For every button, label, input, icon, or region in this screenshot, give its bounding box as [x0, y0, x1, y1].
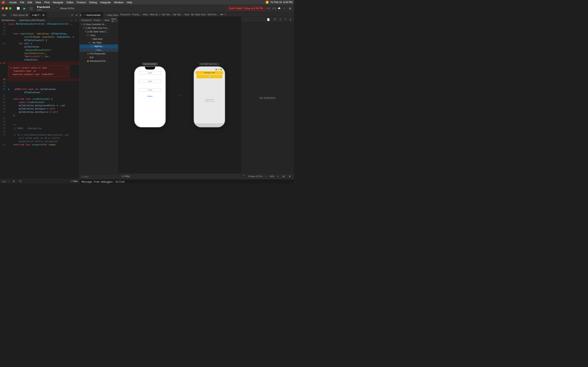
ctbc-mytab2[interactable]: My Tab...: [173, 13, 182, 16]
ctbc-main[interactable]: Main: [143, 13, 148, 16]
ctbc-forward[interactable]: ▶: [222, 13, 224, 16]
menu-find[interactable]: Find: [44, 1, 49, 4]
inspector-panel: 📄 ⏱ ? ? ≡ No Selection: [241, 17, 294, 173]
close-tab-main[interactable]: ×: [26, 14, 28, 16]
tree-item-view[interactable]: ▼ □ View: [80, 33, 118, 37]
tv-prototype-content: Prototype Content: [204, 100, 215, 102]
maximize-button[interactable]: [9, 7, 11, 9]
error-bubble: ⊗ Cannot convert value of type 'IndexPat…: [8, 65, 69, 77]
tree-item-my-table-c[interactable]: ▼ ◫ My Table View C...: [80, 30, 118, 33]
tree-item-storyboard[interactable]: ▶ ◉ Storyboard Entr...: [80, 59, 118, 63]
run-button[interactable]: ▶: [22, 6, 27, 11]
menu-help[interactable]: Help: [127, 1, 132, 4]
cbc-practic[interactable]: Practic…: [94, 19, 103, 21]
outline-nav-back[interactable]: ◀: [80, 14, 81, 16]
ctbc-myfirstcell[interactable]: MyFirstC...: [208, 13, 218, 16]
tree-item-safearea[interactable]: ▶ □ Safe Area: [80, 37, 118, 41]
tree-item-first-responder[interactable]: ▶ ① First Responder: [80, 52, 118, 55]
code-area[interactable]: 10 class MyTableViewC​ontroller: UIViewC…: [0, 22, 79, 179]
ctbc-practiceui[interactable]: PracticeUI: [120, 13, 130, 16]
debug-panel: Auto ⌄ 👁 ⓘ ⊙ Filter Message from debugge…: [0, 179, 294, 184]
menu-debug[interactable]: Debug: [89, 1, 97, 4]
menu-view[interactable]: View: [35, 1, 41, 4]
outline-filter-input[interactable]: [84, 175, 117, 178]
editor-tools[interactable]: ⚙: [70, 13, 74, 17]
debug-info[interactable]: ⓘ: [18, 179, 23, 184]
error-bubble-icon: ⊗: [10, 66, 11, 76]
menu-window[interactable]: Window: [114, 1, 123, 4]
inspector-help2[interactable]: ?: [283, 17, 287, 22]
ctbc-mytableview[interactable]: My Table View: [191, 13, 206, 16]
tree-item-scene-header[interactable]: ▼ ◫ View Controller Sc...: [80, 22, 118, 26]
tree-item-exit[interactable]: ▶ → Exit: [80, 55, 118, 59]
menu-editor[interactable]: Editor: [67, 1, 73, 4]
zoom-out[interactable]: −: [264, 174, 268, 179]
ctbc-back[interactable]: ◀: [220, 13, 222, 16]
code-line-16c: .dequeueReusableCell: [0, 49, 79, 52]
inspector-list[interactable]: ≡: [288, 17, 292, 22]
stop-button[interactable]: ⬛: [28, 6, 34, 11]
debug-output: Message from debugger: killed: [80, 179, 294, 184]
bc-options[interactable]: ≡: [74, 18, 78, 22]
menu-bar: 🍎 Xcode File Edit View Find Navigate Edi…: [0, 0, 294, 4]
menu-xcode[interactable]: Xcode: [9, 1, 17, 4]
ctbc-main-b[interactable]: Main (B...): [150, 13, 160, 16]
ctbc-practic[interactable]: Practic...: [132, 13, 141, 16]
apple-menu[interactable]: 🍎: [2, 1, 5, 4]
ctbc-view[interactable]: View: [184, 13, 189, 16]
tree-item-tableview[interactable]: ▼ □ My Table...: [80, 41, 118, 44]
cbc-practiceui[interactable]: PracticeUI: [81, 19, 92, 21]
canvas-tb-tools2[interactable]: ⬇: [287, 174, 292, 179]
code-line-33b: will often want to do a little: [0, 137, 79, 140]
tab-viewcontroller[interactable]: ✕ ViewController: [82, 12, 103, 18]
debug-eye[interactable]: 👁: [11, 179, 16, 184]
vc-label-1: Label: [139, 71, 161, 75]
nav-back[interactable]: ◀: [2, 14, 4, 16]
error-bubble-close[interactable]: ✕: [66, 66, 68, 76]
tree-item-content[interactable]: ▶ □ Con...: [80, 48, 118, 52]
tv-title-label: My Table View Con...: [199, 63, 219, 66]
canvas-content[interactable]: View Controller Label Label Label Button: [118, 17, 241, 173]
sidebar-toggle[interactable]: ⬜: [16, 6, 21, 11]
bc-cellforrow[interactable]: tableView(:cellForRowAt:): [19, 19, 45, 21]
canvas-tb-phone[interactable]: 📱: [241, 174, 247, 179]
zoom-in[interactable]: +: [276, 174, 280, 179]
inspector-history[interactable]: ⏱: [272, 17, 277, 22]
inspector-help[interactable]: ?: [278, 17, 282, 22]
minimize-button[interactable]: [5, 7, 8, 9]
tv-screen: Prototype Cells Table View Prototype Con…: [194, 67, 225, 127]
menu-navigate[interactable]: Navigate: [53, 1, 63, 4]
split-editor[interactable]: ⊞: [75, 13, 79, 17]
menu-edit[interactable]: Edit: [27, 1, 32, 4]
code-line-15: 15 func tableView(_ tableView: UITableVi…: [0, 32, 79, 35]
canvas-tb-filter[interactable]: ⊙ Filter: [121, 174, 131, 179]
code-line-13: 13: [0, 26, 79, 29]
close-tab-mytv[interactable]: ×: [43, 14, 44, 16]
layout-toggle[interactable]: ▤: [288, 6, 292, 11]
canvas-tb-tools1[interactable]: ⊞: [281, 174, 286, 179]
nav-forward[interactable]: ▶: [4, 14, 6, 16]
inspector-content: No Selection: [241, 22, 294, 173]
cbc-main[interactable]: Main: [105, 19, 110, 21]
ctbc-mytab1[interactable]: My Tab...: [162, 13, 171, 16]
tab-main-base[interactable]: ✕ Main (Base) ×: [8, 12, 30, 18]
tab-mytableview[interactable]: ■ My T… ×: [30, 12, 47, 18]
canvas-area: PracticeUI › Practic... › Main › Main (B…: [118, 12, 294, 179]
auto-arrow[interactable]: ⌄: [8, 180, 10, 183]
bc-add[interactable]: +: [70, 18, 73, 22]
vc-label-3: Label: [139, 88, 161, 92]
bc-mytableview[interactable]: MyTableView…: [2, 19, 17, 21]
tree-item-myfirstcell[interactable]: ▼ □ MyFirst...: [80, 44, 118, 48]
debug-right-panel: Message from debugger: killed 🗑 ⊞ ⬜ ⊙ Fi…: [80, 179, 294, 184]
menu-product[interactable]: Product: [77, 1, 86, 4]
tree-item-my-table-con[interactable]: ▼ ◫ My Table View Con...: [80, 26, 118, 30]
inspector-file[interactable]: 📄: [266, 17, 271, 22]
tab-main-base-sb[interactable]: ✕ Main (Base): [103, 12, 118, 18]
cloud-icon: ☁️: [278, 7, 281, 9]
menu-integrate[interactable]: Integrate: [100, 1, 111, 4]
tv-tl-yellow: [218, 69, 219, 70]
menu-file[interactable]: File: [20, 1, 24, 4]
add-button[interactable]: +: [282, 6, 286, 11]
cbc-main-b[interactable]: Main (B…): [112, 18, 117, 22]
close-button[interactable]: [2, 7, 4, 9]
